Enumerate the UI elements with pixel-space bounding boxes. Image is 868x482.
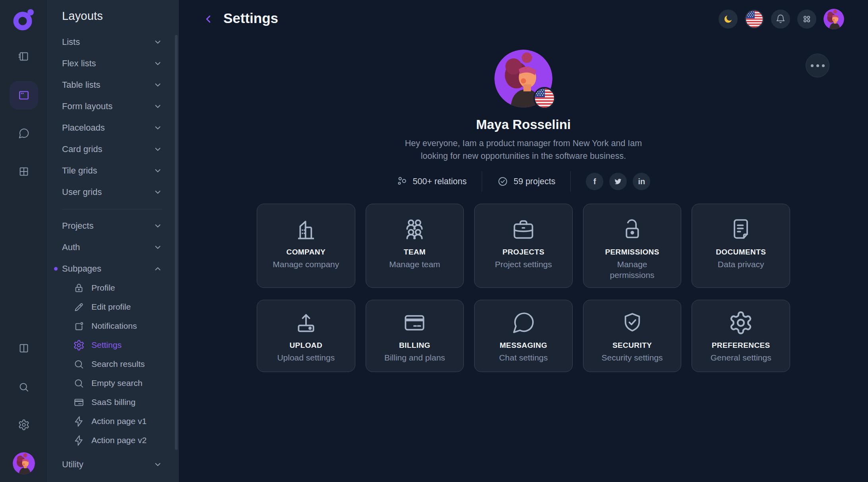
upload-icon xyxy=(293,310,319,335)
window-icon[interactable] xyxy=(10,81,38,110)
sidebar-item-label: User grids xyxy=(62,187,102,197)
account-avatar[interactable] xyxy=(823,9,844,29)
building-icon xyxy=(293,217,319,242)
sidebar-divider xyxy=(62,209,162,210)
chat-icon[interactable] xyxy=(14,124,33,143)
projects-card[interactable]: PROJECTS Project settings xyxy=(474,204,573,288)
sidebar-item-label: Card grids xyxy=(62,144,102,154)
billing-card[interactable]: BILLING Billing and plans xyxy=(366,300,464,372)
sidebar-item-placeloads[interactable]: Placeloads xyxy=(48,117,179,139)
sidebar-item-lists[interactable]: Lists xyxy=(48,31,179,53)
search-icon xyxy=(73,359,85,370)
columns-icon[interactable] xyxy=(14,339,33,358)
card-title: COMPANY xyxy=(287,248,326,256)
upload-card[interactable]: UPLOAD Upload settings xyxy=(257,300,355,372)
sidebar-item-form-layouts[interactable]: Form layouts xyxy=(48,96,179,117)
sidebar-item-table-lists[interactable]: Table lists xyxy=(48,74,179,96)
icon-rail xyxy=(0,0,48,482)
settings-cards: COMPANY Manage company TEAM Manage team xyxy=(257,204,790,372)
sidebar-subitem-label: Action page v1 xyxy=(91,416,147,426)
chevron-down-icon xyxy=(153,460,162,469)
credit-card-icon xyxy=(73,397,85,408)
card-title: PROJECTS xyxy=(502,248,544,256)
sidebar-subitem-label: Notifications xyxy=(91,321,137,331)
app-logo[interactable] xyxy=(12,8,36,32)
chevron-down-icon xyxy=(153,188,162,197)
sidebar-item-flex-lists[interactable]: Flex lists xyxy=(48,53,179,74)
back-button[interactable] xyxy=(200,11,216,27)
permissions-card[interactable]: PERMISSIONS Manage permissions xyxy=(583,204,682,288)
sidebar-subitem-profile[interactable]: Profile xyxy=(48,278,179,297)
sidebar-item-label: Flex lists xyxy=(62,58,96,69)
grid-icon[interactable] xyxy=(14,162,33,181)
user-avatar[interactable] xyxy=(13,452,35,474)
card-subtitle: Chat settings xyxy=(499,352,548,363)
linkedin-icon: in xyxy=(638,177,645,186)
sidebar-item-user-grids[interactable]: User grids xyxy=(48,181,179,203)
sidebar-item-projects[interactable]: Projects xyxy=(48,215,179,237)
chevron-down-icon xyxy=(153,59,162,68)
documents-card[interactable]: DOCUMENTS Data privacy xyxy=(692,204,790,288)
notifications-button[interactable] xyxy=(771,10,790,29)
sidebar-item-auth[interactable]: Auth xyxy=(48,237,179,258)
sidebar-item-label: Utility xyxy=(62,459,83,470)
gear-icon xyxy=(728,310,754,335)
shield-check-icon xyxy=(620,310,645,335)
lock-icon xyxy=(73,282,85,294)
sidebar-subitem-label: Empty search xyxy=(91,378,142,388)
dark-mode-toggle[interactable] xyxy=(719,10,738,29)
card-title: DOCUMENTS xyxy=(716,248,766,256)
profile-avatar[interactable] xyxy=(494,50,552,108)
document-icon xyxy=(728,217,754,242)
notification-square-icon xyxy=(73,320,85,332)
sidebar-subitem-empty-search[interactable]: Empty search xyxy=(48,374,179,393)
linkedin-button[interactable]: in xyxy=(633,173,650,190)
card-title: PERMISSIONS xyxy=(605,248,659,256)
card-title: TEAM xyxy=(404,248,426,256)
sidebar-subitem-saas-billing[interactable]: SaaS billing xyxy=(48,393,179,412)
twitter-button[interactable] xyxy=(609,173,627,190)
search-icon[interactable] xyxy=(14,378,33,397)
card-title: BILLING xyxy=(399,341,430,350)
bell-icon xyxy=(775,14,786,24)
sidebar-item-tile-grids[interactable]: Tile grids xyxy=(48,160,179,181)
preferences-card[interactable]: PREFERENCES General settings xyxy=(692,300,790,372)
us-flag-icon xyxy=(746,11,763,27)
apps-button[interactable] xyxy=(797,10,816,29)
sidebar-subitem-edit-profile[interactable]: Edit profile xyxy=(48,297,179,316)
company-card[interactable]: COMPANY Manage company xyxy=(257,204,355,288)
sidebar-subitem-settings[interactable]: Settings xyxy=(48,335,179,355)
sidebar-item-utility[interactable]: Utility xyxy=(48,454,179,475)
chevron-down-icon xyxy=(153,38,162,46)
gear-icon[interactable] xyxy=(14,415,33,434)
facebook-button[interactable]: f xyxy=(586,173,603,190)
chevron-down-icon xyxy=(153,166,162,175)
panel-icon[interactable] xyxy=(14,47,33,66)
sidebar-subitem-search-results[interactable]: Search results xyxy=(48,355,179,374)
chevron-down-icon xyxy=(153,222,162,230)
language-flag-button[interactable] xyxy=(745,10,764,29)
messaging-card[interactable]: MESSAGING Chat settings xyxy=(474,300,573,372)
team-card[interactable]: TEAM Manage team xyxy=(366,204,464,288)
security-card[interactable]: SECURITY Security settings xyxy=(583,300,682,372)
projects-stat: 59 projects xyxy=(497,176,555,187)
sidebar-subitem-action-page-v2[interactable]: Action page v2 xyxy=(48,431,179,450)
sidebar-subpages-list: Profile Edit profile Notifications Setti… xyxy=(48,278,179,450)
sidebar-item-subpages[interactable]: Subpages xyxy=(48,258,179,280)
relations-label: 500+ relations xyxy=(413,177,467,187)
search-icon xyxy=(73,378,85,389)
sidebar-subitem-label: Settings xyxy=(91,340,122,350)
sidebar-item-label: Auth xyxy=(62,242,80,253)
card-subtitle: Upload settings xyxy=(277,352,335,363)
sidebar-subitem-notifications[interactable]: Notifications xyxy=(48,316,179,335)
country-flag-badge xyxy=(533,87,556,109)
sidebar-subitem-label: Action page v2 xyxy=(91,436,147,445)
chevron-down-icon xyxy=(153,81,162,89)
sidebar-subitem-action-page-v1[interactable]: Action page v1 xyxy=(48,412,179,431)
relations-icon xyxy=(397,176,408,187)
card-subtitle: Manage company xyxy=(273,259,339,270)
sidebar-item-card-grids[interactable]: Card grids xyxy=(48,139,179,160)
sidebar-title: Layouts xyxy=(62,10,103,23)
sidebar-scrollbar[interactable] xyxy=(175,35,178,450)
sidebar-item-label: Tile grids xyxy=(62,166,97,176)
